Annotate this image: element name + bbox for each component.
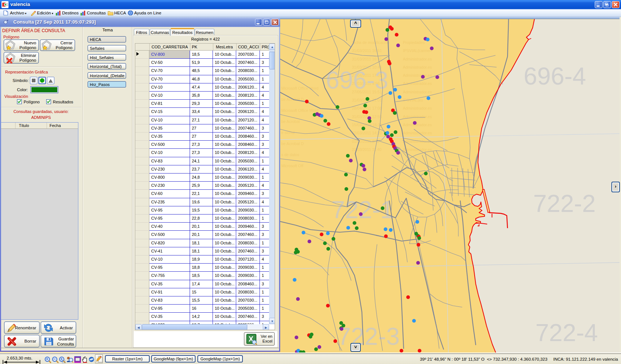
svg-text:be Acrobat D: be Acrobat D bbox=[281, 141, 304, 146]
svg-text:02/03/2011 14:20: 02/03/2011 14:20 bbox=[352, 131, 382, 135]
svg-text:Administrador.es: Administrador.es bbox=[403, 123, 432, 127]
svg-text:696-3: 696-3 bbox=[326, 66, 388, 94]
svg-text:31/03/2011 12:55: 31/03/2011 12:55 bbox=[352, 114, 382, 119]
svg-text:722-3: 722-3 bbox=[337, 323, 400, 350]
svg-text:s de datos: s de datos bbox=[281, 152, 299, 157]
svg-text:31/03/2011 16:31: 31/03/2011 16:31 bbox=[352, 57, 382, 61]
svg-text:Administrador.es: Administrador.es bbox=[403, 90, 432, 94]
svg-text:Microsoft Office Word: Microsoft Office Word bbox=[281, 108, 319, 113]
svg-text:01/02/2011 9:12: 01/02/2011 9:12 bbox=[352, 139, 380, 144]
svg-text:Microsoft Office Word: Microsoft Office Word bbox=[281, 86, 319, 90]
svg-text:Propiedades: Propiedades bbox=[403, 40, 425, 45]
svg-text:722-4: 722-4 bbox=[536, 319, 598, 346]
svg-text:Administrador.es: Administrador.es bbox=[403, 106, 432, 110]
svg-text:fecha de modificacion: fecha de modificacion bbox=[352, 40, 390, 45]
svg-text:IPSVIAL(carmen: IPSVIAL(carmen bbox=[403, 48, 432, 53]
svg-text:28/04/2011 17:08: 28/04/2011 17:08 bbox=[352, 106, 382, 110]
svg-text:Administrador.es: Administrador.es bbox=[403, 57, 432, 61]
svg-text:Microsoft Off: Microsoft Off bbox=[281, 164, 303, 168]
svg-text:Administrador.es: Administrador.es bbox=[403, 81, 432, 86]
svg-text:31/03/2011 16:51: 31/03/2011 16:51 bbox=[352, 48, 382, 53]
svg-text:Administrador.es: Administrador.es bbox=[403, 73, 432, 78]
svg-text:Administrador.es: Administrador.es bbox=[403, 147, 432, 152]
svg-text:696-4: 696-4 bbox=[524, 62, 586, 90]
svg-text:be Acrobat: be Acrobat bbox=[281, 119, 300, 124]
svg-text:IPSVIAL(es: IPSVIAL(es bbox=[403, 98, 423, 102]
svg-text:722-1: 722-1 bbox=[332, 196, 394, 223]
svg-text:Administrador.es: Administrador.es bbox=[403, 131, 432, 135]
svg-text:Administrador.es: Administrador.es bbox=[403, 65, 432, 69]
svg-text:722-2: 722-2 bbox=[533, 190, 596, 217]
